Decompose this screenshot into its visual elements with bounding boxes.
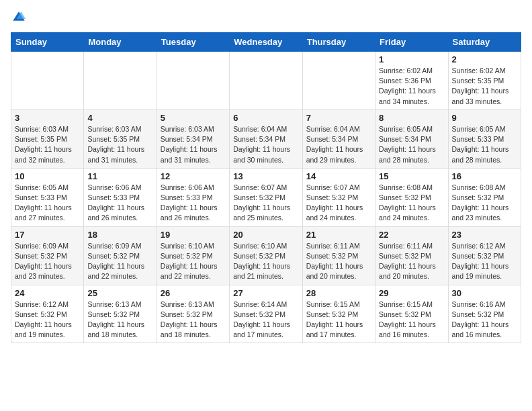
day-number: 20 xyxy=(233,230,298,240)
day-detail: Sunrise: 6:15 AM Sunset: 5:32 PM Dayligh… xyxy=(379,300,444,340)
calendar-cell: 15Sunrise: 6:08 AM Sunset: 5:32 PM Dayli… xyxy=(375,168,448,226)
calendar-cell: 21Sunrise: 6:11 AM Sunset: 5:32 PM Dayli… xyxy=(302,226,375,285)
calendar-table: SundayMondayTuesdayWednesdayThursdayFrid… xyxy=(11,32,521,343)
day-detail: Sunrise: 6:10 AM Sunset: 5:32 PM Dayligh… xyxy=(161,241,226,282)
day-detail: Sunrise: 6:05 AM Sunset: 5:33 PM Dayligh… xyxy=(452,124,517,165)
calendar-cell: 20Sunrise: 6:10 AM Sunset: 5:32 PM Dayli… xyxy=(230,226,302,285)
page-header xyxy=(11,11,521,24)
day-detail: Sunrise: 6:16 AM Sunset: 5:32 PM Dayligh… xyxy=(452,300,517,340)
day-number: 16 xyxy=(452,171,517,181)
day-number: 17 xyxy=(15,230,80,240)
day-detail: Sunrise: 6:02 AM Sunset: 5:35 PM Dayligh… xyxy=(452,66,517,107)
day-detail: Sunrise: 6:12 AM Sunset: 5:32 PM Dayligh… xyxy=(452,241,517,282)
calendar-cell: 16Sunrise: 6:08 AM Sunset: 5:32 PM Dayli… xyxy=(448,168,521,226)
logo xyxy=(11,11,26,24)
calendar-cell xyxy=(157,52,229,110)
day-of-week-header: Friday xyxy=(375,33,448,52)
day-of-week-header: Tuesday xyxy=(157,33,229,52)
day-of-week-header: Thursday xyxy=(302,33,375,52)
day-number: 7 xyxy=(306,113,371,123)
calendar-cell: 30Sunrise: 6:16 AM Sunset: 5:32 PM Dayli… xyxy=(448,285,521,343)
day-detail: Sunrise: 6:12 AM Sunset: 5:32 PM Dayligh… xyxy=(15,300,80,340)
day-detail: Sunrise: 6:10 AM Sunset: 5:32 PM Dayligh… xyxy=(233,241,298,282)
day-detail: Sunrise: 6:11 AM Sunset: 5:32 PM Dayligh… xyxy=(306,241,371,282)
day-number: 14 xyxy=(306,171,371,181)
day-detail: Sunrise: 6:09 AM Sunset: 5:32 PM Dayligh… xyxy=(87,241,152,282)
calendar-cell: 2Sunrise: 6:02 AM Sunset: 5:35 PM Daylig… xyxy=(448,52,521,110)
day-detail: Sunrise: 6:04 AM Sunset: 5:34 PM Dayligh… xyxy=(306,124,371,165)
day-detail: Sunrise: 6:03 AM Sunset: 5:35 PM Dayligh… xyxy=(15,124,80,165)
calendar-cell: 26Sunrise: 6:13 AM Sunset: 5:32 PM Dayli… xyxy=(157,285,229,343)
calendar-cell: 25Sunrise: 6:13 AM Sunset: 5:32 PM Dayli… xyxy=(84,285,157,343)
day-detail: Sunrise: 6:03 AM Sunset: 5:34 PM Dayligh… xyxy=(161,124,226,165)
calendar-cell: 11Sunrise: 6:06 AM Sunset: 5:33 PM Dayli… xyxy=(84,168,157,226)
day-number: 26 xyxy=(161,288,226,298)
day-number: 27 xyxy=(233,288,298,298)
day-of-week-header: Saturday xyxy=(448,33,521,52)
day-number: 12 xyxy=(161,171,226,181)
logo-icon xyxy=(12,11,26,24)
calendar-week-row: 1Sunrise: 6:02 AM Sunset: 5:36 PM Daylig… xyxy=(11,52,521,110)
day-number: 28 xyxy=(306,288,371,298)
calendar-cell: 28Sunrise: 6:15 AM Sunset: 5:32 PM Dayli… xyxy=(302,285,375,343)
day-number: 23 xyxy=(452,230,517,240)
calendar-cell xyxy=(84,52,157,110)
calendar-week-row: 17Sunrise: 6:09 AM Sunset: 5:32 PM Dayli… xyxy=(11,226,521,285)
calendar-cell: 23Sunrise: 6:12 AM Sunset: 5:32 PM Dayli… xyxy=(448,226,521,285)
calendar-cell: 4Sunrise: 6:03 AM Sunset: 5:35 PM Daylig… xyxy=(84,109,157,168)
calendar-cell: 1Sunrise: 6:02 AM Sunset: 5:36 PM Daylig… xyxy=(375,52,448,110)
day-number: 30 xyxy=(452,288,517,298)
day-detail: Sunrise: 6:13 AM Sunset: 5:32 PM Dayligh… xyxy=(161,300,226,340)
day-of-week-header: Monday xyxy=(84,33,157,52)
calendar-header-row: SundayMondayTuesdayWednesdayThursdayFrid… xyxy=(11,33,521,52)
calendar-week-row: 3Sunrise: 6:03 AM Sunset: 5:35 PM Daylig… xyxy=(11,109,521,168)
day-detail: Sunrise: 6:02 AM Sunset: 5:36 PM Dayligh… xyxy=(379,66,444,107)
day-detail: Sunrise: 6:04 AM Sunset: 5:34 PM Dayligh… xyxy=(233,124,298,165)
day-detail: Sunrise: 6:06 AM Sunset: 5:33 PM Dayligh… xyxy=(161,183,226,224)
calendar-cell: 29Sunrise: 6:15 AM Sunset: 5:32 PM Dayli… xyxy=(375,285,448,343)
calendar-cell: 6Sunrise: 6:04 AM Sunset: 5:34 PM Daylig… xyxy=(230,109,302,168)
day-detail: Sunrise: 6:11 AM Sunset: 5:32 PM Dayligh… xyxy=(379,241,444,282)
day-of-week-header: Wednesday xyxy=(230,33,302,52)
day-number: 22 xyxy=(379,230,444,240)
calendar-cell: 22Sunrise: 6:11 AM Sunset: 5:32 PM Dayli… xyxy=(375,226,448,285)
calendar-cell: 5Sunrise: 6:03 AM Sunset: 5:34 PM Daylig… xyxy=(157,109,229,168)
day-number: 3 xyxy=(15,113,80,123)
day-detail: Sunrise: 6:15 AM Sunset: 5:32 PM Dayligh… xyxy=(306,300,371,340)
day-detail: Sunrise: 6:08 AM Sunset: 5:32 PM Dayligh… xyxy=(379,183,444,224)
calendar-cell: 18Sunrise: 6:09 AM Sunset: 5:32 PM Dayli… xyxy=(84,226,157,285)
day-number: 15 xyxy=(379,171,444,181)
day-detail: Sunrise: 6:07 AM Sunset: 5:32 PM Dayligh… xyxy=(306,183,371,224)
day-of-week-header: Sunday xyxy=(11,33,84,52)
day-number: 29 xyxy=(379,288,444,298)
day-number: 6 xyxy=(233,113,298,123)
day-detail: Sunrise: 6:05 AM Sunset: 5:34 PM Dayligh… xyxy=(379,124,444,165)
calendar-cell xyxy=(302,52,375,110)
day-number: 25 xyxy=(87,288,152,298)
day-detail: Sunrise: 6:07 AM Sunset: 5:32 PM Dayligh… xyxy=(233,183,298,224)
calendar-week-row: 24Sunrise: 6:12 AM Sunset: 5:32 PM Dayli… xyxy=(11,285,521,343)
day-number: 18 xyxy=(87,230,152,240)
calendar-cell: 10Sunrise: 6:05 AM Sunset: 5:33 PM Dayli… xyxy=(11,168,84,226)
calendar-cell: 17Sunrise: 6:09 AM Sunset: 5:32 PM Dayli… xyxy=(11,226,84,285)
day-detail: Sunrise: 6:06 AM Sunset: 5:33 PM Dayligh… xyxy=(87,183,152,224)
calendar-cell: 3Sunrise: 6:03 AM Sunset: 5:35 PM Daylig… xyxy=(11,109,84,168)
day-number: 19 xyxy=(161,230,226,240)
day-number: 21 xyxy=(306,230,371,240)
day-detail: Sunrise: 6:13 AM Sunset: 5:32 PM Dayligh… xyxy=(87,300,152,340)
day-number: 24 xyxy=(15,288,80,298)
day-detail: Sunrise: 6:05 AM Sunset: 5:33 PM Dayligh… xyxy=(15,183,80,224)
day-number: 11 xyxy=(87,171,152,181)
day-number: 10 xyxy=(15,171,80,181)
calendar-cell xyxy=(230,52,302,110)
day-detail: Sunrise: 6:03 AM Sunset: 5:35 PM Dayligh… xyxy=(87,124,152,165)
calendar-cell: 13Sunrise: 6:07 AM Sunset: 5:32 PM Dayli… xyxy=(230,168,302,226)
calendar-cell: 24Sunrise: 6:12 AM Sunset: 5:32 PM Dayli… xyxy=(11,285,84,343)
calendar-cell: 12Sunrise: 6:06 AM Sunset: 5:33 PM Dayli… xyxy=(157,168,229,226)
day-number: 4 xyxy=(87,113,152,123)
calendar-cell xyxy=(11,52,84,110)
day-number: 13 xyxy=(233,171,298,181)
calendar-cell: 9Sunrise: 6:05 AM Sunset: 5:33 PM Daylig… xyxy=(448,109,521,168)
day-number: 2 xyxy=(452,54,517,64)
day-number: 5 xyxy=(161,113,226,123)
